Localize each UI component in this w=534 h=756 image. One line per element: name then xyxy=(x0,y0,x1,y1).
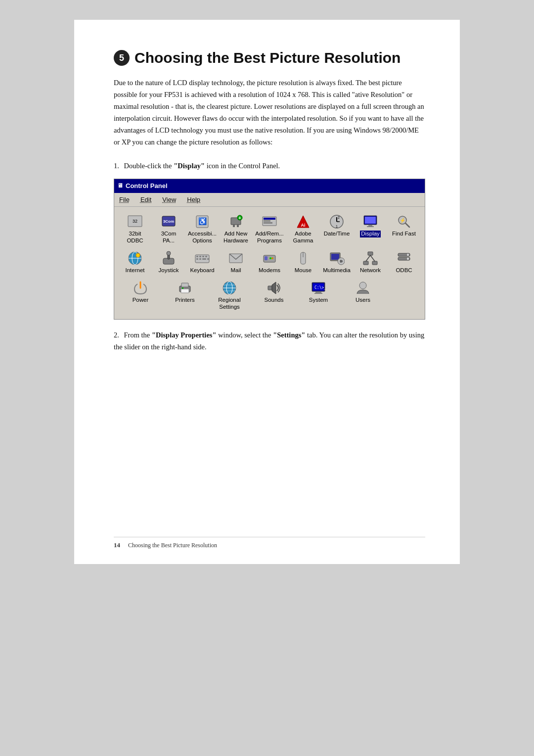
svg-rect-74 xyxy=(268,286,272,290)
step-2-bold2: "Settings" xyxy=(273,331,305,339)
step-2-text-middle: window, select the xyxy=(217,331,273,339)
cp-item-power[interactable]: Power xyxy=(118,278,163,306)
svg-rect-7 xyxy=(233,225,235,227)
svg-text:⚡: ⚡ xyxy=(400,217,406,224)
cp-item-adobe[interactable]: Ai AdobeGamma xyxy=(286,212,320,246)
cp-item-mouse[interactable]: Mouse xyxy=(286,248,320,276)
cp-item-odbc[interactable]: ODBC xyxy=(387,248,421,276)
cp-item-display[interactable]: Display xyxy=(354,212,387,239)
cp-item-32bit[interactable]: 32 32bitODBC xyxy=(118,212,152,246)
cp-item-joystick-label: Joystick xyxy=(159,267,179,274)
cp-item-datetime[interactable]: 12 Date/Time xyxy=(320,212,354,239)
cp-item-power-label: Power xyxy=(133,297,149,304)
cp-title-text: Control Panel xyxy=(126,181,168,191)
cp-item-add-remove[interactable]: Add/Rem...Programs xyxy=(253,212,286,246)
cp-item-add-remove-label: Add/Rem...Programs xyxy=(255,231,284,244)
cp-menu-file[interactable]: File xyxy=(118,194,131,205)
svg-text:1: 1 xyxy=(336,225,338,228)
svg-text:32: 32 xyxy=(133,219,137,224)
cp-menu-help[interactable]: Help xyxy=(186,194,201,205)
svg-rect-14 xyxy=(264,222,272,224)
footer-chapter-title: Choosing the Best Picture Resolution xyxy=(128,542,217,549)
cp-item-add-hardware[interactable]: + Add NewHardware xyxy=(219,212,253,246)
svg-point-32 xyxy=(136,253,140,257)
cp-item-network[interactable]: Network xyxy=(354,248,387,276)
cp-item-internet[interactable]: Internet xyxy=(118,248,152,276)
step-1-text-before: Double-click the xyxy=(124,162,174,170)
joystick-icon xyxy=(161,250,177,266)
cp-item-users[interactable]: Users xyxy=(341,278,385,306)
cp-item-sounds-label: Sounds xyxy=(264,297,283,304)
cp-item-regional[interactable]: RegionalSettings xyxy=(207,278,252,313)
cp-item-mail[interactable]: Mail xyxy=(219,248,253,276)
svg-rect-44 xyxy=(207,258,209,260)
cp-title-bar: 🖥 Control Panel xyxy=(114,179,425,192)
svg-text:C:\>_: C:\>_ xyxy=(314,285,326,290)
cp-item-joystick[interactable]: Joystick xyxy=(152,248,185,276)
cp-menu-bar[interactable]: File Edit View Help xyxy=(114,193,425,207)
step-badge: 5 xyxy=(114,50,130,66)
cp-item-sounds[interactable]: Sounds xyxy=(252,278,296,306)
datetime-icon: 12 xyxy=(329,214,345,230)
cp-item-accessibility[interactable]: ♿ Accessibi...Options xyxy=(185,212,219,246)
power-icon xyxy=(133,280,148,296)
internet-icon xyxy=(127,250,143,266)
cp-item-modems-label: Modems xyxy=(259,267,280,274)
cp-item-printers-label: Printers xyxy=(175,297,195,304)
svg-text:3Com: 3Com xyxy=(163,219,174,224)
svg-rect-79 xyxy=(314,293,322,294)
cp-item-mail-label: Mail xyxy=(230,267,241,274)
cp-item-multimedia-label: Multimedia xyxy=(323,267,351,274)
cp-item-internet-label: Internet xyxy=(126,267,145,274)
cp-row-3: Power Printers RegionalSet xyxy=(118,278,421,313)
accessibility-icon: ♿ xyxy=(194,214,210,230)
svg-rect-67 xyxy=(181,289,189,293)
cp-item-system[interactable]: C:\>_ System xyxy=(296,278,341,306)
mouse-icon xyxy=(295,250,311,266)
svg-line-27 xyxy=(405,223,409,227)
page-title: Choosing the Best Picture Resolution xyxy=(134,49,400,66)
odbc-icon xyxy=(396,250,412,266)
svg-rect-41 xyxy=(196,258,198,260)
cp-item-keyboard[interactable]: Keyboard xyxy=(185,248,219,276)
3com-icon: 3Com xyxy=(161,214,177,230)
cp-item-regional-label: RegionalSettings xyxy=(218,297,240,311)
findfast-icon: ⚡ xyxy=(396,214,412,230)
display-icon xyxy=(362,214,378,230)
cp-item-multimedia[interactable]: Multimedia xyxy=(320,248,354,276)
cp-item-add-hardware-label: Add NewHardware xyxy=(223,231,248,244)
cp-row-1: 32 32bitODBC 3Com 3ComPA... xyxy=(118,212,421,246)
cp-title-icon: 🖥 xyxy=(117,181,123,191)
footer-page-number: 14 xyxy=(114,541,120,549)
cp-menu-edit[interactable]: Edit xyxy=(139,194,152,205)
step-2-number: 2. xyxy=(114,331,119,339)
cp-menu-view[interactable]: View xyxy=(161,194,177,205)
cp-item-findfast[interactable]: ⚡ Find Fast xyxy=(387,212,421,239)
chapter-title-area: 5 Choosing the Best Picture Resolution xyxy=(114,49,425,66)
32bit-icon: 32 xyxy=(127,214,143,230)
modems-icon xyxy=(262,250,277,266)
svg-rect-23 xyxy=(365,217,376,224)
multimedia-icon xyxy=(329,250,345,266)
mail-icon xyxy=(228,250,244,266)
cp-item-odbc-label: ODBC xyxy=(396,267,412,274)
svg-rect-58 xyxy=(372,261,377,265)
cp-item-adobe-label: AdobeGamma xyxy=(293,231,313,244)
svg-rect-39 xyxy=(202,256,204,257)
control-panel-window: 🖥 Control Panel File Edit View Help xyxy=(114,179,425,320)
cp-item-3com[interactable]: 3Com 3ComPA... xyxy=(152,212,185,246)
svg-point-35 xyxy=(167,251,171,255)
step-2-text-before: From the xyxy=(124,331,152,339)
cp-item-printers[interactable]: Printers xyxy=(163,278,207,306)
svg-line-59 xyxy=(366,255,370,261)
svg-point-48 xyxy=(269,257,271,259)
cp-item-datetime-label: Date/Time xyxy=(324,231,350,237)
cp-item-32bit-label: 32bitODBC xyxy=(127,231,143,244)
cp-item-keyboard-label: Keyboard xyxy=(190,267,214,274)
svg-text:♿: ♿ xyxy=(198,217,207,226)
cp-item-accessibility-label: Accessibi...Options xyxy=(188,231,217,244)
cp-item-modems[interactable]: Modems xyxy=(253,248,286,276)
svg-rect-8 xyxy=(237,225,239,227)
step-2-bold1: "Display Properties" xyxy=(152,331,217,339)
cp-item-users-label: Users xyxy=(356,297,370,304)
